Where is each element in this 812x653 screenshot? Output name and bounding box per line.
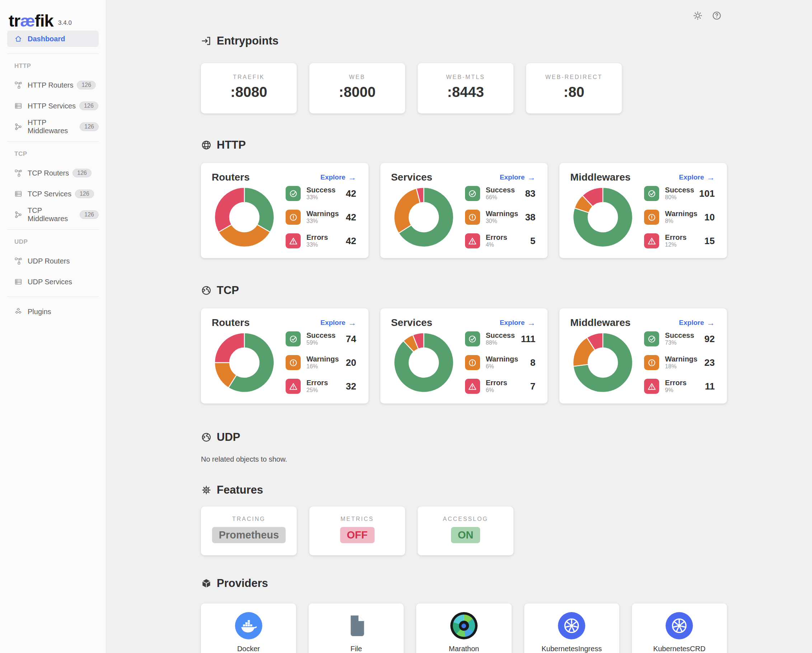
tcp-cards: Routers Explore→ Success59% 74 Warnings1… bbox=[201, 308, 727, 404]
providers-grid: Docker File Marathon KubernetesIngress K… bbox=[201, 604, 727, 653]
provider-card-file: File bbox=[308, 604, 404, 653]
divider bbox=[7, 54, 99, 54]
logo-ae: æ bbox=[20, 11, 35, 30]
arrow-right-icon: → bbox=[707, 173, 715, 182]
entrypoint-port: :8000 bbox=[309, 84, 405, 100]
arrow-right-icon: → bbox=[527, 173, 535, 182]
sidebar-item-http-services[interactable]: HTTP Services 126 bbox=[7, 98, 99, 114]
donut-chart bbox=[393, 332, 454, 393]
help-icon[interactable] bbox=[712, 11, 722, 20]
error-icon bbox=[465, 379, 480, 394]
stat-row-errors: Errors6% 7 bbox=[465, 379, 536, 394]
card-title: Services bbox=[391, 171, 432, 183]
sidebar-section-http: HTTP bbox=[14, 63, 106, 70]
error-icon bbox=[465, 233, 480, 248]
donut-chart bbox=[393, 187, 454, 248]
success-icon bbox=[644, 186, 659, 201]
explore-link[interactable]: Explore→ bbox=[679, 319, 715, 327]
explore-link[interactable]: Explore→ bbox=[321, 319, 356, 327]
tcp-middlewares-card: Middlewares Explore→ Success73% 92 Warni… bbox=[559, 308, 727, 404]
stat-row-success: Success33% 42 bbox=[285, 186, 356, 201]
sidebar-item-dashboard[interactable]: Dashboard bbox=[7, 31, 99, 47]
app-logo: træfik 3.4.0 bbox=[0, 0, 106, 31]
explore-link[interactable]: Explore→ bbox=[679, 173, 715, 182]
services-icon bbox=[14, 278, 22, 286]
services-icon bbox=[14, 102, 22, 110]
stat-row-warnings: Warnings33% 42 bbox=[285, 210, 356, 225]
stat-row-warnings: Warnings8% 10 bbox=[644, 210, 715, 225]
stat-row-errors: Errors4% 5 bbox=[465, 233, 536, 248]
udp-heading: UDP bbox=[201, 431, 727, 444]
home-icon bbox=[14, 35, 22, 43]
arrow-right-icon: → bbox=[707, 319, 715, 327]
warning-icon bbox=[285, 355, 301, 370]
count-badge: 126 bbox=[72, 169, 92, 177]
explore-link[interactable]: Explore→ bbox=[321, 173, 356, 182]
docker-icon bbox=[235, 612, 262, 639]
sidebar-item-label: Dashboard bbox=[27, 35, 65, 43]
error-icon bbox=[644, 233, 659, 248]
tcp-routers-card: Routers Explore→ Success59% 74 Warnings1… bbox=[201, 308, 368, 404]
warning-icon bbox=[465, 210, 480, 225]
sun-icon[interactable] bbox=[693, 11, 702, 20]
services-icon bbox=[14, 190, 22, 198]
entrypoint-port: :8080 bbox=[201, 84, 297, 100]
count-badge: 126 bbox=[80, 210, 99, 219]
sidebar-item-udp-routers[interactable]: UDP Routers bbox=[7, 253, 99, 269]
entrypoint-card-traefik: TRAEFIK :8080 bbox=[201, 63, 297, 113]
sidebar-item-http-middlewares[interactable]: HTTP Middlewares 126 bbox=[7, 118, 99, 135]
cubes-icon bbox=[14, 307, 22, 315]
count-badge: 126 bbox=[80, 122, 99, 131]
routers-icon bbox=[14, 81, 22, 89]
arrow-right-icon: → bbox=[348, 319, 356, 327]
login-icon bbox=[201, 35, 212, 46]
success-icon bbox=[285, 186, 301, 201]
feature-value-chip: ON bbox=[451, 527, 481, 543]
feature-card-tracing: TRACING Prometheus bbox=[201, 506, 297, 555]
file-icon bbox=[343, 612, 370, 639]
sidebar-item-tcp-middlewares[interactable]: TCP Middlewares 126 bbox=[7, 206, 99, 223]
count-badge: 126 bbox=[79, 102, 98, 110]
donut-chart bbox=[214, 332, 275, 393]
package-icon bbox=[201, 578, 212, 589]
success-icon bbox=[465, 331, 480, 346]
sidebar-section-udp: UDP bbox=[14, 239, 106, 246]
stat-row-warnings: Warnings18% 23 bbox=[644, 355, 715, 370]
http-heading: HTTP bbox=[201, 139, 727, 151]
http-services-card: Services Explore→ Success66% 83 Warnings… bbox=[380, 163, 548, 258]
card-title: Middlewares bbox=[570, 317, 630, 329]
sidebar-item-http-routers[interactable]: HTTP Routers 126 bbox=[7, 77, 99, 93]
sidebar-item-udp-services[interactable]: UDP Services bbox=[7, 274, 99, 290]
entrypoints-grid: TRAEFIK :8080 WEB :8000 WEB-MTLS :8443 W… bbox=[201, 63, 727, 113]
warning-icon bbox=[644, 210, 659, 225]
entrypoint-card-web: WEB :8000 bbox=[309, 63, 405, 113]
stat-row-warnings: Warnings6% 8 bbox=[465, 355, 536, 370]
sidebar-item-plugins[interactable]: Plugins bbox=[7, 303, 99, 320]
earth-icon bbox=[201, 432, 212, 443]
count-badge: 126 bbox=[77, 81, 96, 89]
entrypoint-card-web-redirect: WEB-REDIRECT :80 bbox=[526, 63, 622, 113]
donut-chart bbox=[572, 187, 633, 248]
features-grid: TRACING Prometheus METRICS OFF ACCESSLOG… bbox=[201, 506, 727, 555]
feature-value-chip: Prometheus bbox=[212, 527, 286, 543]
http-middlewares-card: Middlewares Explore→ Success80% 101 Warn… bbox=[559, 163, 727, 258]
stat-row-success: Success59% 74 bbox=[285, 331, 356, 346]
provider-card-marathon: Marathon bbox=[416, 604, 511, 653]
stat-row-warnings: Warnings30% 38 bbox=[465, 210, 536, 225]
main-content: Entrypoints TRAEFIK :8080 WEB :8000 WEB-… bbox=[106, 0, 812, 653]
explore-link[interactable]: Explore→ bbox=[500, 319, 536, 327]
stat-row-errors: Errors25% 32 bbox=[285, 379, 356, 394]
feature-card-accesslog: ACCESSLOG ON bbox=[418, 506, 513, 555]
sidebar-item-tcp-routers[interactable]: TCP Routers 126 bbox=[7, 165, 99, 181]
divider bbox=[7, 229, 99, 230]
explore-link[interactable]: Explore→ bbox=[500, 173, 536, 182]
stat-row-errors: Errors12% 15 bbox=[644, 233, 715, 248]
sidebar: træfik 3.4.0 Dashboard HTTP HTTP Routers… bbox=[0, 0, 106, 653]
warning-icon bbox=[644, 355, 659, 370]
topbar bbox=[693, 11, 722, 20]
entrypoint-card-web-mtls: WEB-MTLS :8443 bbox=[418, 63, 513, 113]
stat-row-success: Success88% 111 bbox=[465, 331, 536, 346]
routers-icon bbox=[14, 257, 22, 265]
sidebar-item-tcp-services[interactable]: TCP Services 126 bbox=[7, 186, 99, 202]
donut-chart bbox=[572, 332, 633, 393]
